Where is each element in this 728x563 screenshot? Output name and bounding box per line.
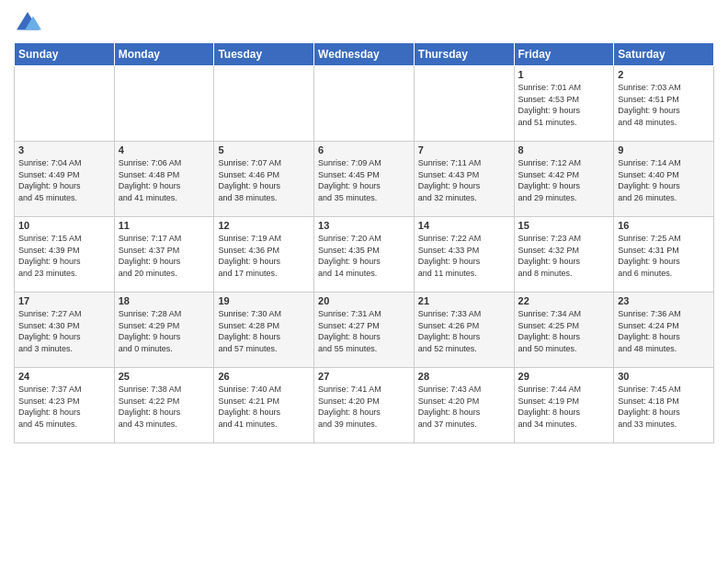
page-container: SundayMondayTuesdayWednesdayThursdayFrid… — [0, 0, 728, 453]
day-number: 20 — [318, 295, 410, 306]
day-number: 24 — [18, 371, 110, 382]
logo-icon — [14, 9, 41, 37]
calendar-day-cell: 4Sunrise: 7:06 AM Sunset: 4:48 PM Daylig… — [114, 142, 214, 217]
day-info: Sunrise: 7:34 AM Sunset: 4:25 PM Dayligh… — [518, 308, 610, 354]
calendar-day-cell: 6Sunrise: 7:09 AM Sunset: 4:45 PM Daylig… — [314, 142, 415, 217]
calendar-day-cell: 11Sunrise: 7:17 AM Sunset: 4:37 PM Dayli… — [114, 217, 214, 293]
day-number: 3 — [18, 144, 110, 155]
day-info: Sunrise: 7:06 AM Sunset: 4:48 PM Dayligh… — [119, 157, 210, 203]
day-number: 29 — [518, 371, 610, 382]
calendar-table: SundayMondayTuesdayWednesdayThursdayFrid… — [14, 42, 714, 443]
weekday-header-cell: Thursday — [414, 43, 514, 66]
day-info: Sunrise: 7:37 AM Sunset: 4:23 PM Dayligh… — [18, 384, 110, 430]
calendar-day-cell: 3Sunrise: 7:04 AM Sunset: 4:49 PM Daylig… — [15, 142, 115, 217]
weekday-header-cell: Sunday — [15, 43, 115, 66]
day-number: 4 — [119, 144, 210, 155]
day-number: 22 — [518, 295, 610, 306]
calendar-day-cell: 19Sunrise: 7:30 AM Sunset: 4:28 PM Dayli… — [214, 293, 314, 368]
day-info: Sunrise: 7:15 AM Sunset: 4:39 PM Dayligh… — [18, 233, 110, 279]
day-info: Sunrise: 7:11 AM Sunset: 4:43 PM Dayligh… — [418, 157, 510, 203]
day-number: 8 — [518, 144, 610, 155]
day-number: 13 — [318, 220, 410, 231]
day-info: Sunrise: 7:45 AM Sunset: 4:18 PM Dayligh… — [618, 384, 710, 430]
day-info: Sunrise: 7:30 AM Sunset: 4:28 PM Dayligh… — [218, 308, 310, 354]
calendar-day-cell: 29Sunrise: 7:44 AM Sunset: 4:19 PM Dayli… — [514, 368, 614, 443]
calendar-day-cell — [114, 66, 214, 142]
weekday-header-cell: Monday — [114, 43, 214, 66]
day-info: Sunrise: 7:19 AM Sunset: 4:36 PM Dayligh… — [218, 233, 310, 279]
calendar-week-row: 24Sunrise: 7:37 AM Sunset: 4:23 PM Dayli… — [15, 368, 714, 443]
day-info: Sunrise: 7:36 AM Sunset: 4:24 PM Dayligh… — [618, 308, 710, 354]
day-info: Sunrise: 7:33 AM Sunset: 4:26 PM Dayligh… — [418, 308, 510, 354]
calendar-day-cell: 21Sunrise: 7:33 AM Sunset: 4:26 PM Dayli… — [414, 293, 514, 368]
day-info: Sunrise: 7:07 AM Sunset: 4:46 PM Dayligh… — [218, 157, 310, 203]
day-number: 26 — [218, 371, 310, 382]
day-info: Sunrise: 7:17 AM Sunset: 4:37 PM Dayligh… — [119, 233, 210, 279]
weekday-header-cell: Saturday — [614, 43, 714, 66]
day-number: 6 — [318, 144, 410, 155]
day-number: 18 — [119, 295, 210, 306]
day-info: Sunrise: 7:38 AM Sunset: 4:22 PM Dayligh… — [119, 384, 210, 430]
calendar-day-cell: 27Sunrise: 7:41 AM Sunset: 4:20 PM Dayli… — [314, 368, 415, 443]
day-number: 23 — [618, 295, 710, 306]
day-number: 10 — [18, 220, 110, 231]
day-number: 25 — [119, 371, 210, 382]
calendar-day-cell: 9Sunrise: 7:14 AM Sunset: 4:40 PM Daylig… — [614, 142, 714, 217]
day-number: 28 — [418, 371, 510, 382]
day-number: 11 — [119, 220, 210, 231]
calendar-day-cell: 20Sunrise: 7:31 AM Sunset: 4:27 PM Dayli… — [314, 293, 415, 368]
day-info: Sunrise: 7:28 AM Sunset: 4:29 PM Dayligh… — [119, 308, 210, 354]
day-info: Sunrise: 7:44 AM Sunset: 4:19 PM Dayligh… — [518, 384, 610, 430]
calendar-week-row: 17Sunrise: 7:27 AM Sunset: 4:30 PM Dayli… — [15, 293, 714, 368]
day-info: Sunrise: 7:20 AM Sunset: 4:35 PM Dayligh… — [318, 233, 410, 279]
day-info: Sunrise: 7:12 AM Sunset: 4:42 PM Dayligh… — [518, 157, 610, 203]
calendar-day-cell: 13Sunrise: 7:20 AM Sunset: 4:35 PM Dayli… — [314, 217, 415, 293]
calendar-day-cell: 14Sunrise: 7:22 AM Sunset: 4:33 PM Dayli… — [414, 217, 514, 293]
calendar-day-cell: 16Sunrise: 7:25 AM Sunset: 4:31 PM Dayli… — [614, 217, 714, 293]
calendar-day-cell: 25Sunrise: 7:38 AM Sunset: 4:22 PM Dayli… — [114, 368, 214, 443]
day-info: Sunrise: 7:03 AM Sunset: 4:51 PM Dayligh… — [618, 82, 710, 128]
day-number: 19 — [218, 295, 310, 306]
day-number: 2 — [618, 69, 710, 80]
calendar-day-cell: 8Sunrise: 7:12 AM Sunset: 4:42 PM Daylig… — [514, 142, 614, 217]
day-info: Sunrise: 7:25 AM Sunset: 4:31 PM Dayligh… — [618, 233, 710, 279]
weekday-header-row: SundayMondayTuesdayWednesdayThursdayFrid… — [15, 43, 714, 66]
day-number: 30 — [618, 371, 710, 382]
day-info: Sunrise: 7:22 AM Sunset: 4:33 PM Dayligh… — [418, 233, 510, 279]
calendar-body: 1Sunrise: 7:01 AM Sunset: 4:53 PM Daylig… — [15, 66, 714, 443]
day-info: Sunrise: 7:14 AM Sunset: 4:40 PM Dayligh… — [618, 157, 710, 203]
calendar-day-cell: 2Sunrise: 7:03 AM Sunset: 4:51 PM Daylig… — [614, 66, 714, 142]
calendar-day-cell: 24Sunrise: 7:37 AM Sunset: 4:23 PM Dayli… — [15, 368, 115, 443]
calendar-week-row: 1Sunrise: 7:01 AM Sunset: 4:53 PM Daylig… — [15, 66, 714, 142]
logo — [14, 9, 43, 37]
day-number: 7 — [418, 144, 510, 155]
day-info: Sunrise: 7:01 AM Sunset: 4:53 PM Dayligh… — [518, 82, 610, 128]
day-number: 5 — [218, 144, 310, 155]
day-number: 1 — [518, 69, 610, 80]
day-number: 12 — [218, 220, 310, 231]
calendar-day-cell: 5Sunrise: 7:07 AM Sunset: 4:46 PM Daylig… — [214, 142, 314, 217]
header — [14, 9, 714, 37]
calendar-week-row: 10Sunrise: 7:15 AM Sunset: 4:39 PM Dayli… — [15, 217, 714, 293]
calendar-day-cell: 28Sunrise: 7:43 AM Sunset: 4:20 PM Dayli… — [414, 368, 514, 443]
calendar-day-cell: 30Sunrise: 7:45 AM Sunset: 4:18 PM Dayli… — [614, 368, 714, 443]
calendar-day-cell: 17Sunrise: 7:27 AM Sunset: 4:30 PM Dayli… — [15, 293, 115, 368]
day-info: Sunrise: 7:23 AM Sunset: 4:32 PM Dayligh… — [518, 233, 610, 279]
weekday-header-cell: Wednesday — [314, 43, 415, 66]
day-info: Sunrise: 7:09 AM Sunset: 4:45 PM Dayligh… — [318, 157, 410, 203]
day-info: Sunrise: 7:27 AM Sunset: 4:30 PM Dayligh… — [18, 308, 110, 354]
weekday-header-cell: Friday — [514, 43, 614, 66]
calendar-day-cell — [414, 66, 514, 142]
day-info: Sunrise: 7:43 AM Sunset: 4:20 PM Dayligh… — [418, 384, 510, 430]
day-info: Sunrise: 7:41 AM Sunset: 4:20 PM Dayligh… — [318, 384, 410, 430]
calendar-day-cell: 15Sunrise: 7:23 AM Sunset: 4:32 PM Dayli… — [514, 217, 614, 293]
day-number: 16 — [618, 220, 710, 231]
day-number: 14 — [418, 220, 510, 231]
calendar-day-cell: 22Sunrise: 7:34 AM Sunset: 4:25 PM Dayli… — [514, 293, 614, 368]
weekday-header-cell: Tuesday — [214, 43, 314, 66]
calendar-day-cell: 23Sunrise: 7:36 AM Sunset: 4:24 PM Dayli… — [614, 293, 714, 368]
calendar-day-cell: 12Sunrise: 7:19 AM Sunset: 4:36 PM Dayli… — [214, 217, 314, 293]
calendar-day-cell: 1Sunrise: 7:01 AM Sunset: 4:53 PM Daylig… — [514, 66, 614, 142]
day-number: 9 — [618, 144, 710, 155]
calendar-day-cell: 26Sunrise: 7:40 AM Sunset: 4:21 PM Dayli… — [214, 368, 314, 443]
